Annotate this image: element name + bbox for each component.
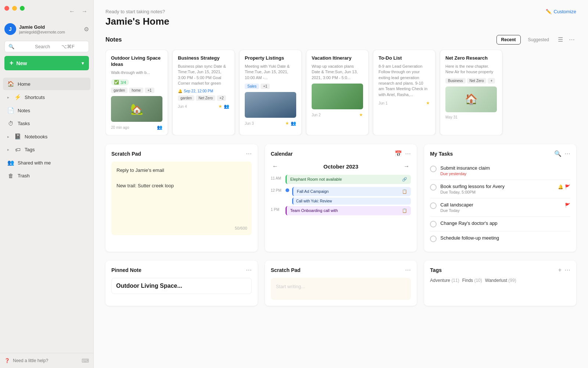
- tag-item[interactable]: Wanderlust (99): [485, 278, 516, 283]
- note-preview: 8-9 am Lead Generation Follow through on…: [379, 64, 430, 98]
- main-content: Ready to start taking notes? Jamie's Hom…: [94, 0, 588, 368]
- tag-item[interactable]: Adventure (11): [430, 278, 459, 283]
- tag: +: [488, 78, 495, 84]
- note-card[interactable]: Outdoor Living Space Ideas Walk-through …: [105, 50, 168, 135]
- note-card[interactable]: To-Do List 8-9 am Lead Generation Follow…: [373, 50, 435, 135]
- sidebar-item-shared[interactable]: 👥 Shared with me: [3, 156, 90, 169]
- tag-count: (10): [474, 278, 482, 283]
- note-icons: ★ 👥: [285, 121, 296, 126]
- pinned-note-menu-icon[interactable]: ⋯: [246, 266, 252, 273]
- scratch-pad-title: Scratch Pad: [111, 151, 141, 157]
- tasks-title: My Tasks: [430, 151, 453, 157]
- note-card[interactable]: Property Listings Meeting with Yuki Date…: [239, 50, 302, 135]
- task-content: Schedule follow-up meeting: [440, 235, 570, 241]
- tags-panel-title: Tags: [430, 267, 442, 273]
- note-card[interactable]: Business Strategy Business plan sync Dat…: [172, 50, 235, 135]
- maximize-button[interactable]: [20, 6, 25, 11]
- pinned-note-name: Outdoor Living Space...: [116, 283, 247, 289]
- task-checkbox[interactable]: [430, 236, 437, 242]
- scratch-pad-2-title: Scratch Pad: [271, 267, 301, 273]
- sidebar-item-notes[interactable]: 📄 Notes: [3, 104, 90, 117]
- task-checkbox[interactable]: [430, 166, 437, 172]
- note-title: Property Listings: [245, 55, 296, 61]
- task-title: Call landscaper: [440, 202, 473, 208]
- search-label: Search: [35, 44, 58, 49]
- task-checkbox[interactable]: [430, 184, 437, 191]
- tab-suggested[interactable]: Suggested: [524, 35, 553, 44]
- people-icon: 👥: [157, 125, 162, 130]
- progress-badge: ✅ 3/4: [111, 79, 129, 85]
- task-content: Call landscaper 🚩 Due Today: [440, 202, 570, 213]
- tag-item[interactable]: Finds (10): [462, 278, 482, 283]
- scratch-pad-2-menu-icon[interactable]: ⋯: [405, 266, 411, 273]
- scratch-pad-2-content[interactable]: Start writing...: [271, 278, 411, 300]
- tasks-more-icon[interactable]: ⋯: [564, 150, 570, 157]
- task-checkbox[interactable]: [430, 221, 437, 227]
- page-header: Ready to start taking notes? Jamie's Hom…: [94, 0, 588, 27]
- list-view-icon[interactable]: ☰: [556, 35, 564, 45]
- tab-recent[interactable]: Recent: [496, 35, 521, 45]
- note-icons: 👥: [157, 125, 162, 130]
- star-icon: ★: [426, 100, 430, 106]
- tag: Sales: [245, 84, 259, 89]
- user-info[interactable]: J Jamie Gold jamiegold@evernote.com: [4, 23, 65, 35]
- scratch-pad-menu-icon[interactable]: ⋯: [246, 150, 252, 157]
- sidebar-item-label: Shortcuts: [25, 95, 45, 100]
- calendar-next-icon[interactable]: →: [402, 162, 411, 171]
- note-date: May 31: [445, 115, 458, 119]
- task-due: Due yesterday: [440, 171, 570, 176]
- sidebar-item-label: Notes: [18, 108, 30, 113]
- tags-more-icon[interactable]: ⋯: [564, 266, 570, 273]
- help-button[interactable]: ❓ Need a little help? ⌨: [4, 358, 89, 364]
- settings-icon[interactable]: ⚙: [84, 26, 89, 33]
- back-arrow-icon[interactable]: ←: [68, 7, 76, 15]
- tags-grid: Adventure (11) Finds (10) Wanderlust (99…: [430, 278, 570, 283]
- sidebar-item-notebooks[interactable]: ▸ 📓 Notebooks: [3, 130, 90, 143]
- scratch-pad-content[interactable]: Reply to Jamie's email New trail: Sutter…: [111, 162, 252, 235]
- sidebar-item-label: Shared with me: [18, 160, 51, 166]
- calendar-event[interactable]: Fall Ad Campaign 📋: [292, 187, 411, 196]
- task-title: Book surfing lessons for Avery: [440, 184, 505, 189]
- tasks-filter-icon[interactable]: 🔍: [554, 150, 562, 157]
- reminder-date: Sep 22, 12:00 PM: [184, 89, 213, 93]
- note-date: Jun 3: [245, 121, 254, 125]
- keyboard-icon: ⌨: [82, 358, 89, 364]
- calendar-more-icon[interactable]: ⋯: [405, 150, 411, 157]
- close-button[interactable]: [4, 6, 9, 11]
- scratch-line-2: New trail: Sutter creek loop: [116, 182, 247, 190]
- tags-add-icon[interactable]: +: [558, 266, 562, 273]
- shortcuts-icon: ⚡: [14, 94, 21, 100]
- calendar-event[interactable]: Team Onboarding call with 📋: [286, 206, 411, 215]
- sidebar-item-tags[interactable]: ▸ 🏷 Tags: [3, 144, 90, 156]
- scratch-line-1: Reply to Jamie's email: [116, 167, 247, 174]
- calendar-add-icon[interactable]: 📅: [395, 150, 402, 157]
- forward-arrow-icon[interactable]: →: [80, 7, 89, 15]
- minimize-button[interactable]: [12, 6, 17, 11]
- bell-icon: 🔔: [178, 89, 182, 93]
- note-image: 🏠: [445, 86, 497, 112]
- plus-icon: +: [10, 59, 14, 67]
- calendar-event[interactable]: Elephant Room not available 🔗: [286, 175, 411, 184]
- task-title: Schedule follow-up meeting: [440, 235, 570, 241]
- sidebar-item-label: Tags: [25, 147, 35, 152]
- note-card[interactable]: Net Zero Research Here is the new chapte…: [440, 50, 502, 135]
- new-button[interactable]: + New ▾: [4, 56, 89, 70]
- more-options-icon[interactable]: ⋯: [567, 35, 576, 45]
- star-icon: ★: [285, 121, 289, 126]
- sidebar-item-shortcuts[interactable]: ▸ ⚡ Shortcuts: [3, 91, 90, 103]
- user-email: jamiegold@evernote.com: [19, 30, 65, 34]
- customize-button[interactable]: ✏️ Customize: [546, 9, 576, 14]
- note-card[interactable]: Vacation Itinerary Wrap up vacation plan…: [306, 50, 369, 135]
- calendar-row-11am: 11 AM Elephant Room not available 🔗: [271, 175, 411, 185]
- tags-icon: 🏷: [14, 146, 21, 153]
- calendar-event[interactable]: Call with Yuki: Review: [292, 198, 411, 205]
- sidebar-item-tasks[interactable]: ⏱ Tasks: [3, 117, 90, 130]
- sidebar-item-home[interactable]: 🏠 Home: [3, 78, 90, 90]
- sidebar-item-trash[interactable]: 🗑 Trash: [3, 170, 90, 182]
- task-checkbox[interactable]: [430, 202, 437, 209]
- calendar-prev-icon[interactable]: ←: [271, 162, 280, 171]
- search-bar[interactable]: 🔍 Search ⌥⌘F: [4, 41, 89, 52]
- pinned-note-preview[interactable]: Outdoor Living Space...: [111, 278, 252, 294]
- user-profile[interactable]: J Jamie Gold jamiegold@evernote.com ⚙: [4, 23, 89, 35]
- note-image: 🏡: [111, 96, 162, 122]
